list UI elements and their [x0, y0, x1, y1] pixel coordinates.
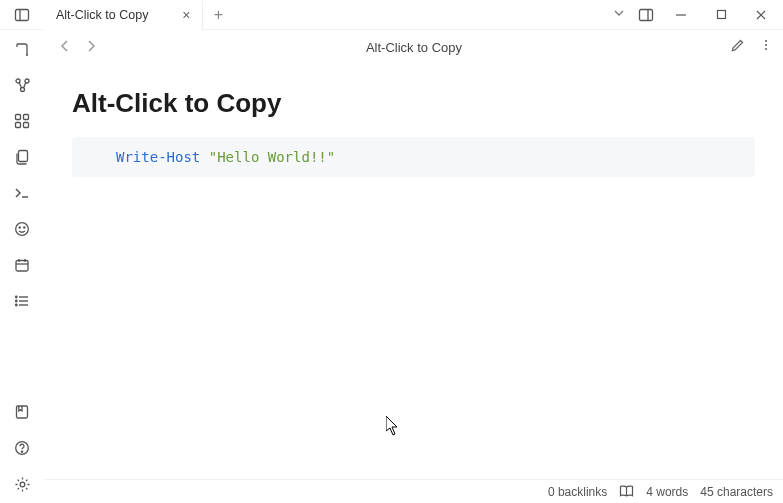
status-characters[interactable]: 45 characters [700, 485, 773, 499]
document-title[interactable]: Alt-Click to Copy [72, 88, 755, 119]
panel-right-icon[interactable] [637, 6, 655, 24]
svg-rect-5 [717, 11, 725, 19]
svg-point-36 [20, 482, 25, 487]
status-bar: 0 backlinks 4 words 45 characters [44, 479, 783, 503]
grid-icon[interactable] [13, 112, 31, 130]
svg-point-39 [765, 48, 767, 50]
list-icon[interactable] [13, 292, 31, 310]
svg-rect-14 [16, 115, 21, 120]
calendar-icon[interactable] [13, 256, 31, 274]
svg-point-30 [16, 296, 17, 297]
settings-icon[interactable] [13, 475, 31, 493]
topbar: Alt-Click to Copy × + [0, 0, 783, 30]
editor-area: Alt-Click to Copy Alt-Click to Copy Writ… [44, 30, 783, 503]
svg-point-35 [21, 451, 22, 452]
help-icon[interactable] [13, 439, 31, 457]
svg-point-8 [26, 54, 27, 55]
svg-point-20 [16, 223, 29, 236]
svg-point-32 [16, 304, 17, 305]
svg-point-10 [25, 79, 29, 83]
nav-forward-button[interactable] [84, 39, 98, 56]
svg-line-12 [19, 82, 21, 88]
edit-icon[interactable] [730, 38, 745, 56]
tab-title: Alt-Click to Copy [56, 8, 148, 22]
svg-line-13 [23, 82, 25, 88]
tab-active[interactable]: Alt-Click to Copy × [44, 0, 203, 30]
svg-rect-23 [16, 261, 28, 272]
svg-rect-17 [24, 123, 29, 128]
svg-rect-15 [24, 115, 29, 120]
chevron-down-icon[interactable] [613, 7, 625, 22]
svg-point-22 [24, 227, 25, 228]
bookmark-icon[interactable] [13, 403, 31, 421]
page-title: Alt-Click to Copy [98, 40, 730, 55]
status-words[interactable]: 4 words [646, 485, 688, 499]
sidebar [0, 30, 44, 503]
window-controls [613, 6, 783, 24]
window-close-button[interactable] [747, 9, 775, 21]
terminal-icon[interactable] [13, 184, 31, 202]
more-menu-icon[interactable] [759, 38, 773, 56]
smile-icon[interactable] [13, 220, 31, 238]
status-backlinks[interactable]: 0 backlinks [548, 485, 607, 499]
svg-point-38 [765, 44, 767, 46]
nav-back-button[interactable] [58, 39, 72, 56]
main-row: Alt-Click to Copy Alt-Click to Copy Writ… [0, 30, 783, 503]
svg-point-37 [765, 40, 767, 42]
new-tab-button[interactable]: + [203, 6, 233, 24]
sidebar-toggle[interactable] [0, 6, 44, 24]
svg-rect-18 [19, 151, 28, 162]
editor-header: Alt-Click to Copy [44, 30, 783, 64]
code-block[interactable]: Write-Host "Hello World!!" [72, 137, 755, 177]
copy-icon[interactable] [13, 148, 31, 166]
svg-rect-2 [640, 9, 653, 20]
code-token-string: "Hello World!!" [209, 149, 335, 165]
code-token-function: Write-Host [116, 149, 200, 165]
document-body[interactable]: Alt-Click to Copy Write-Host "Hello Worl… [44, 64, 783, 479]
svg-rect-16 [16, 123, 21, 128]
window-minimize-button[interactable] [667, 9, 695, 21]
panel-left-icon [13, 6, 31, 24]
book-icon[interactable] [619, 485, 634, 498]
quick-switch-icon[interactable] [13, 40, 31, 58]
window-maximize-button[interactable] [707, 9, 735, 20]
svg-point-21 [19, 227, 20, 228]
graph-icon[interactable] [13, 76, 31, 94]
svg-rect-0 [16, 9, 29, 20]
tab-close-icon[interactable]: × [178, 7, 194, 23]
svg-point-31 [16, 300, 17, 301]
svg-point-9 [16, 79, 20, 83]
